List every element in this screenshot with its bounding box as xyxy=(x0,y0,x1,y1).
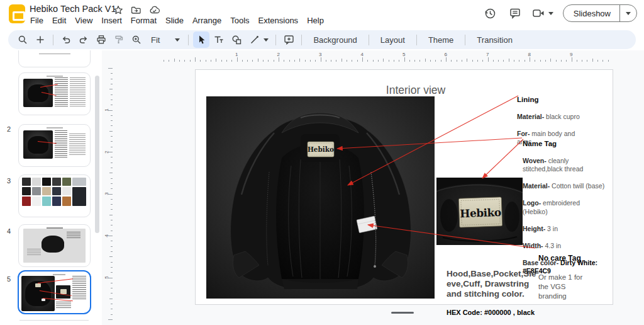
vertical-ruler: 12345 xyxy=(103,60,113,325)
svg-text:Hebiko: Hebiko xyxy=(460,206,501,220)
select-tool[interactable] xyxy=(193,31,209,48)
comment-history-icon[interactable] xyxy=(508,6,523,21)
slide-page[interactable]: Interior view xyxy=(195,69,613,305)
menu-format[interactable]: Format xyxy=(126,15,161,26)
move-folder-icon[interactable] xyxy=(131,5,142,15)
menu-view[interactable]: View xyxy=(70,15,97,26)
zoom-fit-label: Fit xyxy=(151,35,160,45)
jacket-interior-image[interactable]: Hebiko xyxy=(206,96,435,299)
color-note-hex: HEX Code: #000000 , black xyxy=(447,309,538,317)
color-note-annotation[interactable]: Hood,Base,Pocket,Sle eve,Cuff, Drawstrin… xyxy=(447,260,538,325)
menu-file[interactable]: File xyxy=(26,15,48,26)
meet-call-control[interactable] xyxy=(532,8,553,19)
filmstrip-scrollbar[interactable] xyxy=(95,76,99,233)
horizontal-ruler: 123456789 xyxy=(113,52,644,62)
no-care-tag-annotation[interactable]: No care Tag Or make 1 for the VGS brandi… xyxy=(538,244,609,311)
menu-extensions[interactable]: Extensions xyxy=(254,15,303,26)
menu-edit[interactable]: Edit xyxy=(48,15,70,26)
document-title[interactable]: Hebiko Tech Pack V1 xyxy=(30,4,116,14)
slideshow-options-caret[interactable] xyxy=(619,5,636,21)
slideshow-label[interactable]: Slideshow xyxy=(564,5,619,21)
filmstrip: 2 3 4 5 xyxy=(0,50,102,325)
slide-2-thumbnail[interactable] xyxy=(18,72,91,115)
insert-comment-icon[interactable] xyxy=(280,31,297,48)
zoom-fit-dropdown[interactable]: Fit xyxy=(146,35,184,45)
theme-button[interactable]: Theme xyxy=(421,31,460,48)
main-toolbar: Fit Background Layout Theme Transition xyxy=(8,30,636,49)
collar-name-tag: Hebiko xyxy=(308,142,334,157)
svg-text:Hebiko: Hebiko xyxy=(308,145,334,153)
line-tool-caret[interactable] xyxy=(264,38,269,42)
menu-bar: File Edit View Insert Format Slide Arran… xyxy=(26,15,328,26)
slide-number: 2 xyxy=(3,125,15,133)
version-history-icon[interactable] xyxy=(483,6,498,21)
chevron-down-icon xyxy=(548,12,553,15)
name-tag-closeup-image[interactable]: Hebiko xyxy=(436,178,523,245)
titlebar: Hebiko Tech Pack V1 File Edit View Inser… xyxy=(0,0,644,28)
print-icon[interactable] xyxy=(93,31,109,48)
paint-format-icon[interactable] xyxy=(111,31,127,48)
slide-6-thumbnail-selected[interactable] xyxy=(18,270,91,314)
background-button[interactable]: Background xyxy=(306,31,364,48)
line-tool[interactable] xyxy=(246,31,262,48)
lining-heading: Lining xyxy=(517,96,599,105)
transition-button[interactable]: Transition xyxy=(470,31,519,48)
undo-icon[interactable] xyxy=(58,31,74,48)
slide-1-thumbnail[interactable] xyxy=(18,50,91,67)
menu-insert[interactable]: Insert xyxy=(97,15,126,26)
filmstrip-divider xyxy=(19,320,89,321)
no-care-heading: No care Tag xyxy=(538,254,609,263)
slide-3-thumbnail[interactable] xyxy=(18,124,91,167)
star-icon[interactable] xyxy=(113,5,123,15)
slide-title-textbox[interactable]: Interior view xyxy=(353,84,479,97)
slide-number: 3 xyxy=(3,177,15,185)
menu-slide[interactable]: Slide xyxy=(161,15,188,26)
slideshow-button[interactable]: Slideshow xyxy=(563,4,637,22)
chevron-down-icon xyxy=(175,38,180,42)
name-tag-heading: Name Tag xyxy=(523,140,617,149)
zoom-icon[interactable] xyxy=(128,31,145,48)
menu-help[interactable]: Help xyxy=(303,15,328,26)
search-menus-icon[interactable] xyxy=(14,31,31,48)
chevron-down-icon xyxy=(626,12,631,15)
menu-tools[interactable]: Tools xyxy=(226,15,253,26)
slide-number: 4 xyxy=(3,227,15,235)
slides-logo[interactable] xyxy=(9,4,25,23)
menu-arrange[interactable]: Arrange xyxy=(188,15,226,26)
layout-button[interactable]: Layout xyxy=(374,31,412,48)
slide-number: 5 xyxy=(3,275,15,283)
slide-4-thumbnail[interactable] xyxy=(18,174,91,217)
speaker-notes-resize-handle[interactable] xyxy=(391,312,414,314)
text-box-tool[interactable] xyxy=(211,31,227,48)
slide-5-thumbnail[interactable] xyxy=(18,224,91,267)
new-slide-plus-icon[interactable] xyxy=(32,31,48,48)
no-care-body: Or make 1 for the VGS branding xyxy=(538,273,609,301)
color-note-body: Hood,Base,Pocket,Sle eve,Cuff, Drawstrin… xyxy=(447,269,538,299)
cloud-saved-icon[interactable] xyxy=(149,5,160,15)
redo-icon[interactable] xyxy=(75,31,92,48)
shape-tool[interactable] xyxy=(228,31,245,48)
